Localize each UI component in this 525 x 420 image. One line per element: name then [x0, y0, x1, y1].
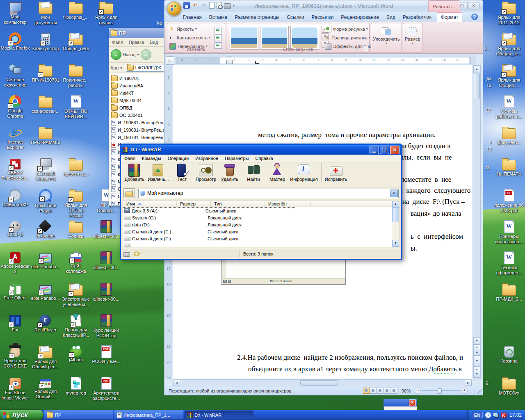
zoom-out-icon[interactable]: −	[415, 388, 421, 394]
desktop-icon[interactable]: elite Panabo...	[31, 283, 60, 301]
ribbon-tab[interactable]: Разметка страницы	[231, 13, 283, 22]
toolbar-button-find[interactable]: Найти	[242, 163, 265, 182]
toolbar-button-wiz[interactable]: Мастер	[265, 163, 289, 182]
office-button[interactable]	[167, 1, 182, 16]
horizontal-ruler[interactable]: 3211234567891011121314151617	[176, 57, 471, 64]
compress-picture-icon[interactable]	[215, 27, 222, 33]
horizontal-scrollbar[interactable]: ◄ ►	[173, 379, 472, 386]
file-list-item[interactable]: И_190631- ВнутрРец.doc	[111, 126, 170, 134]
tab-selector[interactable]	[166, 56, 174, 65]
desktop-icon[interactable]: Калькулятор	[31, 32, 60, 51]
next-page-button[interactable]: ▼▼	[473, 367, 480, 378]
menu-item[interactable]: Файл	[121, 156, 139, 161]
list-scrollbar[interactable]: ▲ ▼	[392, 201, 399, 247]
picture-style-thumbnail[interactable]	[290, 26, 319, 50]
scroll-thumb[interactable]	[392, 208, 399, 222]
desktop-icon[interactable]: Ярлык для 2011-2012	[493, 1, 525, 25]
desktop-icon[interactable]: FastStone Image Viewer	[0, 377, 30, 401]
desktop-icon[interactable]: Основы работы с с...	[493, 95, 525, 119]
vertical-scrollbar[interactable]: ▲ ▼ ▲▲ ● ▼▼	[473, 65, 481, 379]
address-input[interactable]: I:\КОЛЛЕДЖ	[126, 64, 169, 72]
close-button[interactable]: ✕	[390, 146, 399, 154]
drive-row[interactable]: Съемный диск (E:)Съемный диск	[123, 228, 393, 235]
desktop-icon[interactable]: Ярлык для Общая_се...	[493, 32, 525, 57]
ribbon-tab[interactable]: Рассылки	[308, 13, 337, 22]
desktop-icon[interactable]: Мой компьютер	[0, 1, 30, 25]
desktop-icon[interactable]: Сайт колледжа	[61, 251, 91, 274]
up-one-level-button[interactable]	[123, 188, 135, 198]
desktop-icon[interactable]: Ярлык для группы	[91, 1, 121, 25]
arrange-button[interactable]: Упорядочить ▾	[373, 25, 400, 46]
toolbar-button-add[interactable]: Добавить	[123, 163, 146, 182]
desktop-icon[interactable]: elite Panabo...	[31, 251, 60, 269]
zoom-slider-thumb[interactable]	[438, 388, 442, 394]
desktop-icon[interactable]: allbest-r-00...	[91, 283, 121, 302]
desktop-icon[interactable]: ПР-И-190701	[31, 64, 60, 83]
desktop-icon[interactable]: РСОИ-учме...	[91, 345, 121, 364]
outline-view-icon[interactable]	[384, 388, 390, 394]
scroll-left-icon[interactable]: ◄	[173, 380, 180, 386]
desktop-icon[interactable]: Мои документы	[31, 1, 60, 25]
drive-row[interactable]: Диск 3,5 (A:)Съемный диск	[123, 207, 295, 214]
draft-view-icon[interactable]	[391, 388, 397, 394]
menu-item[interactable]: Избранное	[192, 156, 221, 161]
dialog-titlebar[interactable]: ✕	[384, 399, 417, 406]
desktop-icon[interactable]: Far	[0, 314, 30, 333]
desktop-icon[interactable]: ПРОГРАММЫ	[31, 126, 60, 145]
toolbar-button-view[interactable]: Просмотр	[194, 163, 218, 182]
desktop-icon[interactable]: МОТСбух	[493, 377, 525, 396]
key-icon[interactable]	[134, 251, 139, 256]
desktop-icon[interactable]: ПР-МДК_0...	[493, 283, 525, 302]
close-button[interactable]: ✕	[468, 2, 479, 9]
desktop-icon[interactable]: Ярлык для Общий ...	[31, 377, 60, 399]
taskbar-button[interactable]: ПР	[44, 411, 113, 419]
desktop-icon[interactable]: RealPlayer	[31, 314, 60, 333]
menu-item[interactable]: Операции	[164, 156, 192, 161]
folder-window-titlebar[interactable]: ПР	[109, 28, 171, 38]
dialog-launcher-icon[interactable]	[363, 46, 368, 51]
menu-item[interactable]: Команды	[139, 156, 164, 161]
language-indicator[interactable]: EN	[472, 412, 483, 418]
desktop-icon[interactable]: Общая_сеть	[61, 32, 91, 51]
scroll-up-icon[interactable]: ▲	[392, 201, 399, 208]
toolbar-button-del[interactable]: Удалить	[218, 163, 242, 182]
size-button[interactable]: Размер ▾	[405, 25, 420, 46]
desktop-icon[interactable]: Mozilla Firefox	[0, 32, 30, 51]
ribbon-tab[interactable]: Рецензирование	[337, 13, 383, 22]
select-browse-object-button[interactable]: ●	[473, 356, 480, 367]
ribbon-tab[interactable]: Ссылки	[283, 13, 308, 22]
file-list-item[interactable]: ОС-230401	[111, 112, 170, 119]
toolbar-button-test[interactable]: Тест	[170, 163, 194, 182]
desktop-icon[interactable]: CDBurnerXP	[0, 189, 30, 208]
scroll-down-icon[interactable]: ▼	[473, 337, 480, 345]
desktop-icon[interactable]: Ярлык для ЭУП по РСОИ	[61, 189, 91, 219]
zoom-level[interactable]: 90%	[402, 388, 411, 393]
scroll-down-icon[interactable]: ▼	[392, 240, 399, 247]
desktop-icon[interactable]: Inkscape	[31, 220, 60, 239]
left-indent-marker[interactable]	[226, 60, 233, 64]
ribbon-tab[interactable]: Главная	[179, 13, 205, 22]
ribbon-tab-active[interactable]: Формат	[437, 12, 463, 22]
desktop-icon[interactable]: Практичес... работы	[61, 64, 91, 88]
desktop-icon[interactable]: Курс лекций РСОИ.zip	[91, 314, 121, 338]
taskbar-button[interactable]: D:\ - WinRAR	[185, 411, 253, 419]
desktop-icon[interactable]: Архитектура распрсисте...	[91, 377, 121, 401]
resize-grip[interactable]	[477, 389, 482, 394]
file-list-item[interactable]: ИиИКТ	[111, 89, 170, 97]
back-button[interactable]: ←	[111, 49, 121, 60]
winrar-titlebar[interactable]: D:\ - WinRAR ▁ ❐ ✕	[121, 145, 401, 155]
picture-style-thumbnail[interactable]	[230, 26, 258, 50]
desktop-icon[interactable]: Сетевое окружение	[0, 64, 30, 88]
taskbar-button[interactable]: Информатика_ПР_1...	[114, 411, 183, 419]
ribbon-tab[interactable]: Вставка	[205, 13, 231, 22]
file-list-item[interactable]: И_190701- ВнешрРец.doc	[111, 134, 170, 141]
file-list-item[interactable]: ОПБД	[111, 104, 170, 112]
file-list-item[interactable]: И-190701	[111, 75, 170, 82]
drive-row[interactable]: data (D:)Локальный диск	[123, 221, 393, 228]
desktop-icon[interactable]: Microsoft Virtual PC	[31, 158, 60, 182]
desktop-icon[interactable]: allbest-r-00...	[91, 251, 121, 270]
desktop-icon[interactable]: положение об УМК.pdf	[493, 189, 525, 213]
menu-item[interactable]: Вид	[147, 40, 161, 45]
drive-row[interactable]: Съемный диск (F:)Съемный диск	[123, 235, 393, 242]
scroll-up-icon[interactable]: ▲	[473, 66, 480, 73]
